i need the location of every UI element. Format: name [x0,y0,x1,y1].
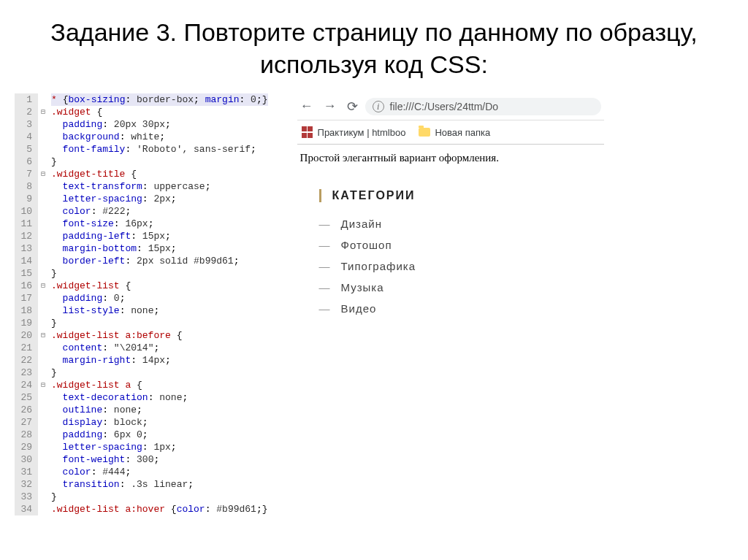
forward-icon[interactable]: → [324,99,337,115]
back-icon[interactable]: ← [300,99,313,115]
browser-preview: ← → ⟳ i file:///C:/Users/24ttm/Do Практи… [297,93,604,515]
bookmarks-bar: Практикум | htmlbooНовая папка [297,120,604,145]
slide-content: 1234567891011121314151617181920212223242… [0,93,748,515]
bookmark-item[interactable]: Новая папка [419,127,490,138]
url-text: file:///C:/Users/24ttm/Do [390,101,499,112]
address-bar[interactable]: i file:///C:/Users/24ttm/Do [365,98,601,115]
widget-list-link[interactable]: Фотошоп [319,234,582,256]
bookmark-label: Практикум | htmlboo [318,127,406,138]
bookmark-item[interactable]: Практикум | htmlboo [302,126,406,138]
widget-list-link[interactable]: Дизайн [319,213,582,234]
info-icon[interactable]: i [373,101,384,112]
code-body: * {box-sizing: border-box; margin: 0;}.w… [48,93,268,515]
bookmark-label: Новая папка [435,127,490,138]
page-caption: Простой элегантный вариант оформления. [297,145,604,174]
bookmark-icon [302,126,313,138]
widget-list-link[interactable]: Типографика [319,256,582,277]
widget-list-link[interactable]: Музыка [319,277,582,298]
reload-icon[interactable]: ⟳ [347,99,358,115]
code-gutter: 1234567891011121314151617181920212223242… [15,93,38,515]
widget-list-link[interactable]: Видео [319,298,582,319]
slide-title: Задание 3. Повторите страницу по данному… [0,0,748,93]
code-editor: 1234567891011121314151617181920212223242… [15,93,268,515]
code-fold-column: ⊟⊟⊟⊟⊟ [38,93,48,515]
browser-toolbar: ← → ⟳ i file:///C:/Users/24ttm/Do [297,93,604,120]
widget-title: КАТЕГОРИИ [319,189,582,202]
widget: КАТЕГОРИИ ДизайнФотошопТипографикаМузыка… [297,174,604,334]
widget-list: ДизайнФотошопТипографикаМузыкаВидео [319,213,582,319]
folder-icon [419,128,430,137]
